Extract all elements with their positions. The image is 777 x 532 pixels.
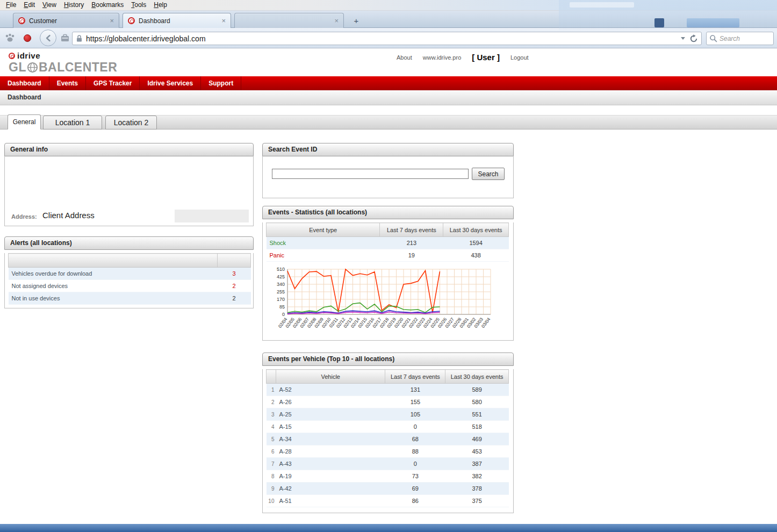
vehicle-rank: 2 [267, 396, 276, 408]
alert-label: Vehicles overdue for download [9, 268, 218, 280]
alert-label: Not assigned devices [9, 280, 218, 292]
header-links: About www.idrive.pro [ User ] Logout [397, 53, 529, 62]
main-nav: Dashboard Events GPS Tracker Idrive Serv… [0, 76, 777, 90]
vehicle-rank: 6 [267, 445, 276, 458]
logout-link[interactable]: Logout [510, 54, 529, 61]
events-statistics-panel: Events - Statistics (all locations) Even… [262, 206, 514, 341]
logo-gl: GL [9, 60, 26, 75]
about-link[interactable]: About [397, 54, 412, 61]
tab-general[interactable]: General [8, 114, 41, 130]
urlbar-dropdown-icon[interactable] [681, 37, 685, 40]
alerts-header-row [9, 254, 251, 268]
nav-item-gps-tracker[interactable]: GPS Tracker [86, 76, 140, 90]
general-info-panel: General info Address: Client Address [4, 143, 254, 226]
svg-text:425: 425 [277, 274, 285, 279]
location-tab-strip: General Location 1 Location 2 [0, 115, 777, 130]
events-per-vehicle-panel: Events per Vehicle (Top 10 - all locatio… [262, 353, 514, 513]
address-value: Client Address [42, 211, 95, 220]
address-extra-field [175, 210, 249, 222]
menu-view[interactable]: View [39, 0, 60, 10]
tab-title: Customer [29, 17, 105, 25]
idrive-c-icon [9, 53, 15, 59]
statistics-header-row: Event type Last 7 days events Last 30 da… [267, 223, 509, 237]
tab-location-2[interactable]: Location 2 [105, 116, 157, 130]
search-icon [709, 34, 717, 42]
alert-count: 3 [218, 268, 251, 280]
tab-close-icon[interactable]: × [221, 17, 226, 24]
menu-edit[interactable]: Edit [20, 0, 39, 10]
idrive-favicon-icon [18, 17, 25, 24]
tab-close-icon[interactable]: × [110, 17, 114, 24]
alerts-header-count [218, 254, 251, 268]
vehicle-rank: 1 [267, 384, 276, 396]
vehicle-rank: 7 [267, 458, 276, 470]
new-tab-button[interactable]: + [349, 16, 363, 26]
last7-value: 155 [385, 396, 445, 408]
vehicle-name: A-51 [276, 495, 385, 507]
location-bar[interactable] [72, 32, 702, 45]
menu-file[interactable]: File [2, 0, 20, 10]
svg-text:510: 510 [277, 267, 285, 272]
vehicle-row: 9A-4269378 [267, 483, 509, 495]
vehicle-name: A-42 [276, 483, 385, 495]
alert-count: 2 [218, 292, 251, 305]
vehicle-row: 6A-2888453 [267, 445, 509, 458]
events-per-vehicle-title: Events per Vehicle (Top 10 - all locatio… [262, 353, 514, 366]
tab-close-icon[interactable]: × [334, 17, 339, 24]
search-event-panel: Search Event ID Search [262, 143, 514, 198]
vehicle-rank: 5 [267, 433, 276, 445]
browser-tab-blank[interactable]: × [234, 13, 344, 28]
record-extension-icon[interactable] [24, 34, 31, 42]
back-arrow-icon [44, 34, 53, 42]
address-row: Address: Client Address [5, 209, 253, 223]
vehicles-header-blank [267, 370, 276, 384]
reload-icon[interactable] [689, 34, 698, 43]
search-button[interactable]: Search [472, 168, 505, 180]
vehicles-header-vehicle: Vehicle [276, 370, 385, 384]
browser-search-input[interactable] [720, 35, 771, 42]
last30-value: 387 [445, 458, 509, 470]
last30-value: 453 [445, 445, 509, 458]
stats-header-last30: Last 30 days events [443, 223, 509, 237]
logo-balcenter: BALCENTER [39, 60, 117, 75]
event-type: Shock [267, 237, 380, 249]
site-link[interactable]: www.idrive.pro [423, 54, 462, 61]
user-label: [ User ] [472, 53, 500, 62]
last7-value: 0 [385, 458, 445, 470]
vehicle-rank: 3 [267, 408, 276, 421]
last7-value: 68 [385, 433, 445, 445]
vehicle-rank: 8 [267, 470, 276, 483]
globe-icon [27, 62, 38, 73]
nav-item-support[interactable]: Support [201, 76, 241, 90]
browser-tab-dashboard[interactable]: Dashboard × [123, 13, 231, 28]
last7-value: 19 [380, 249, 443, 262]
nav-item-idrive-services[interactable]: Idrive Services [140, 76, 201, 90]
url-input[interactable] [86, 34, 679, 43]
event-id-input[interactable] [272, 169, 469, 179]
site-header: idrive GL BALCENTER [0, 48, 777, 76]
browser-search-box[interactable] [706, 32, 774, 45]
events-chart: 08517025534042551002/0402/0502/0602/0702… [270, 266, 496, 335]
alert-label: Not in use devices [9, 292, 218, 305]
vehicle-name: A-15 [276, 421, 385, 433]
tab-location-1[interactable]: Location 1 [43, 116, 102, 130]
menu-history[interactable]: History [60, 0, 88, 10]
vehicles-table: Vehicle Last 7 days events Last 30 days … [266, 369, 509, 507]
navigation-toolbar [0, 28, 777, 48]
last30-value: 378 [445, 483, 509, 495]
menu-help[interactable]: Help [150, 0, 171, 10]
bookmark-icon[interactable] [60, 33, 70, 43]
last30-value: 551 [445, 408, 509, 421]
back-button[interactable] [40, 30, 56, 46]
paw-extension-icon[interactable] [4, 33, 16, 42]
logo-text-small: idrive [17, 51, 40, 60]
vehicles-header-row: Vehicle Last 7 days events Last 30 days … [267, 370, 509, 384]
menu-tools[interactable]: Tools [127, 0, 150, 10]
nav-item-dashboard[interactable]: Dashboard [0, 76, 49, 90]
browser-tab-customer[interactable]: Customer × [13, 13, 119, 28]
nav-item-events[interactable]: Events [49, 76, 86, 90]
alert-row: Not in use devices2 [9, 292, 251, 305]
vehicle-name: A-43 [276, 458, 385, 470]
menu-bookmarks[interactable]: Bookmarks [88, 0, 127, 10]
vehicle-row: 2A-26155580 [267, 396, 509, 408]
